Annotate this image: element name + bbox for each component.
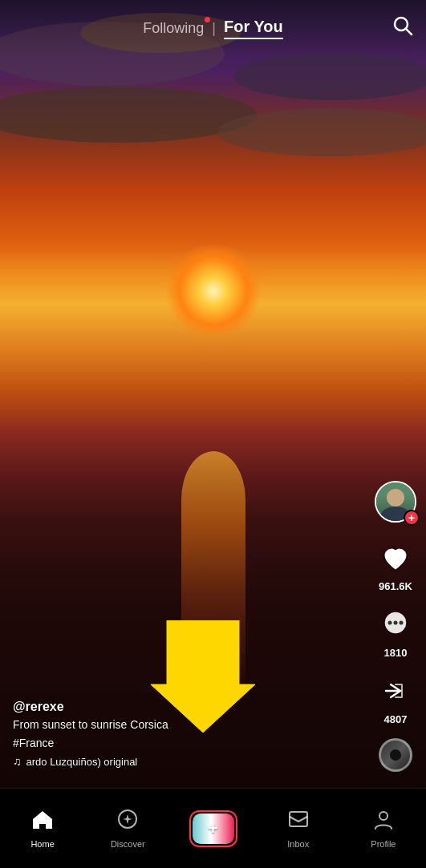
video-caption-line1: From sunset to sunrise Corsica	[13, 717, 362, 733]
svg-point-4	[394, 621, 398, 625]
nav-divider: |	[212, 20, 216, 37]
top-nav: Following | For You	[0, 0, 426, 56]
share-action[interactable]: 4807	[376, 672, 415, 725]
profile-icon	[372, 808, 395, 836]
nav-profile[interactable]: Profile	[341, 808, 426, 849]
bottom-nav: Home Discover + Inbox	[0, 788, 426, 868]
svg-rect-8	[290, 812, 307, 826]
plus-icon: +	[193, 813, 234, 844]
creator-avatar[interactable]: +	[375, 481, 416, 526]
home-icon	[31, 808, 54, 836]
like-action[interactable]: 961.6K	[376, 539, 415, 592]
inbox-icon	[287, 808, 310, 836]
music-note-icon: ♫	[13, 755, 22, 768]
inbox-label: Inbox	[287, 839, 309, 849]
nav-discover[interactable]: Discover	[85, 808, 170, 849]
active-indicator	[224, 38, 283, 39]
discover-label: Discover	[111, 839, 145, 849]
for-you-tab[interactable]: For You	[224, 18, 283, 39]
music-text: ardo Luzquiños) original	[26, 756, 138, 768]
comment-count: 1810	[384, 647, 408, 659]
music-disc-action[interactable]	[379, 738, 412, 772]
home-label: Home	[30, 839, 54, 849]
discover-icon	[116, 808, 139, 836]
svg-point-5	[400, 621, 404, 625]
svg-point-9	[379, 812, 387, 820]
creator-username[interactable]: @rerexe	[13, 700, 362, 714]
follow-button[interactable]: +	[404, 510, 420, 526]
nav-inbox[interactable]: Inbox	[256, 808, 341, 849]
video-caption-line2: #France	[13, 736, 362, 752]
cloud-overlay	[0, 0, 426, 434]
like-count: 961.6K	[379, 580, 412, 592]
following-tab[interactable]: Following	[143, 20, 204, 37]
comment-action[interactable]: 1810	[376, 605, 415, 659]
sun-glow	[165, 243, 262, 339]
right-actions: + 961.6K 1810	[375, 481, 416, 772]
create-button[interactable]: +	[189, 810, 237, 847]
svg-line-1	[406, 29, 412, 34]
svg-point-3	[388, 621, 392, 625]
share-count: 4807	[384, 713, 408, 725]
music-info[interactable]: ♫ ardo Luzquiños) original	[13, 755, 362, 768]
water-reflection	[181, 451, 245, 692]
notification-dot	[205, 17, 210, 22]
profile-label: Profile	[371, 839, 396, 849]
video-info: @rerexe From sunset to sunrise Corsica #…	[13, 700, 362, 768]
nav-create[interactable]: +	[170, 810, 255, 847]
search-button[interactable]	[392, 15, 413, 41]
nav-home[interactable]: Home	[0, 808, 85, 849]
